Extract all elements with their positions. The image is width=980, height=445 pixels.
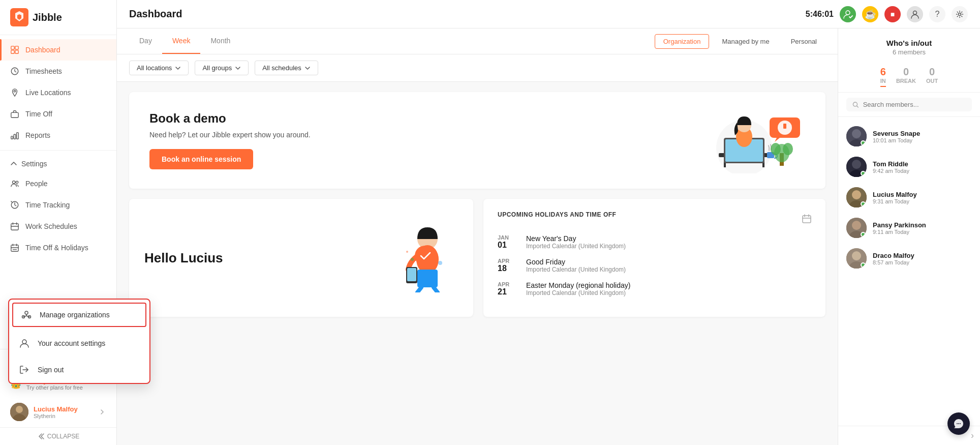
- svg-rect-3: [11, 50, 14, 53]
- search-wrap: [846, 98, 972, 111]
- whos-in-header: Who's in/out 6 members: [838, 28, 980, 61]
- svg-point-38: [783, 143, 793, 155]
- demo-svg: [693, 107, 805, 173]
- member-time-tom: 9:42 am Today: [873, 168, 909, 174]
- tab-week[interactable]: Week: [162, 28, 201, 54]
- search-input[interactable]: [863, 101, 966, 108]
- sidebar-item-time-off[interactable]: Time Off: [0, 103, 116, 125]
- view-organization[interactable]: Organization: [655, 34, 710, 49]
- account-icon: [19, 338, 29, 348]
- logo-area[interactable]: Jibble: [0, 0, 116, 35]
- header-avatar-person[interactable]: [907, 6, 923, 22]
- location-icon: [10, 88, 19, 97]
- dropdown-manage-orgs[interactable]: Manage organizations: [12, 303, 146, 327]
- svg-rect-8: [11, 136, 13, 139]
- svg-rect-4: [15, 50, 18, 53]
- status-break[interactable]: 0 BREAK: [896, 66, 916, 87]
- tab-day[interactable]: Day: [129, 28, 162, 54]
- sidebar-item-time-off-holidays[interactable]: Time Off & Holidays: [0, 237, 116, 258]
- svg-rect-1: [11, 46, 14, 49]
- chevron-down-icon-3: [304, 65, 311, 71]
- sidebar-item-dashboard[interactable]: Dashboard: [0, 39, 116, 61]
- view-personal[interactable]: Personal: [782, 34, 825, 49]
- dropdown-account-settings[interactable]: Your account settings: [9, 330, 149, 357]
- org-icon: [21, 310, 32, 320]
- user-name: Lucius Malfoy: [34, 405, 93, 413]
- settings-label: Settings: [21, 160, 47, 168]
- hello-svg: [397, 221, 458, 292]
- chevron-right-icon: [98, 408, 106, 416]
- sidebar-item-timesheets[interactable]: Timesheets: [0, 61, 116, 82]
- filters-section: All locations All groups All schedules: [117, 54, 838, 82]
- settings-section[interactable]: Settings: [0, 155, 116, 173]
- holiday-3-day: 21: [498, 287, 518, 296]
- chat-button[interactable]: [947, 412, 970, 435]
- svg-point-65: [958, 423, 959, 424]
- header-avatar-yellow[interactable]: ☕: [862, 6, 878, 22]
- holidays-icon: [10, 243, 19, 252]
- tab-month[interactable]: Month: [200, 28, 240, 54]
- settings-button[interactable]: [952, 6, 968, 22]
- holiday-1-cal: Imported Calendar (United Kingdom): [526, 243, 626, 250]
- holiday-3-cal: Imported Calendar (United Kingdom): [526, 289, 630, 296]
- dropdown-popup: Manage organizations Your account settin…: [8, 299, 150, 384]
- demo-illustration: [693, 107, 805, 173]
- status-in[interactable]: 6 IN: [880, 66, 886, 87]
- sidebar-item-work-schedules[interactable]: Work Schedules: [0, 216, 116, 237]
- bar-chart-icon: [10, 131, 19, 140]
- sidebar-item-live-locations[interactable]: Live Locations: [0, 82, 116, 103]
- member-name-pansy: Pansy Parkinson: [873, 221, 926, 229]
- book-session-button[interactable]: Book an online session: [149, 149, 253, 169]
- member-item-tom[interactable]: Tom Riddle 9:42 am Today: [838, 152, 980, 182]
- holiday-1-month: JAN: [498, 234, 518, 241]
- tabs-section: Day Week Month Organization Managed by m…: [117, 28, 838, 54]
- filter-schedules[interactable]: All schedules: [255, 61, 318, 75]
- people-label: People: [25, 180, 48, 188]
- user-org: Slytherin: [34, 413, 93, 419]
- view-managed-by-me[interactable]: Managed by me: [713, 34, 778, 49]
- period-tabs: Day Week Month: [129, 28, 240, 54]
- online-dot-draco: [861, 262, 866, 268]
- header-avatar-red[interactable]: ■: [884, 6, 901, 22]
- holidays-card: UPCOMING HOLIDAYS AND TIME OFF JAN 01: [483, 199, 825, 317]
- clock-icon: [10, 67, 19, 76]
- member-item-lucius[interactable]: Lucius Malfoy 9:31 am Today: [838, 182, 980, 213]
- sidebar-item-time-tracking[interactable]: Time Tracking: [0, 194, 116, 216]
- svg-point-19: [16, 406, 23, 413]
- member-name-severus: Severus Snape: [873, 130, 920, 137]
- sidebar-item-reports[interactable]: Reports: [0, 125, 116, 146]
- whos-in-count: 6 members: [848, 48, 970, 56]
- member-item-pansy[interactable]: Pansy Parkinson 9:11 am Today: [838, 213, 980, 243]
- svg-rect-43: [407, 268, 416, 281]
- dropdown-sign-out[interactable]: Sign out: [9, 357, 149, 383]
- filter-locations[interactable]: All locations: [129, 61, 189, 75]
- svg-point-47: [406, 251, 408, 253]
- expand-panel-button[interactable]: ›: [971, 430, 974, 441]
- member-name-lucius: Lucius Malfoy: [873, 191, 917, 198]
- account-settings-label: Your account settings: [38, 339, 105, 347]
- svg-point-20: [846, 11, 850, 15]
- calendar-icon: [802, 214, 811, 223]
- filter-groups[interactable]: All groups: [195, 61, 249, 75]
- header-avatar-green[interactable]: [840, 6, 856, 22]
- live-locations-label: Live Locations: [25, 88, 71, 97]
- sidebar-item-people[interactable]: People: [0, 173, 116, 194]
- status-tabs: 6 IN 0 BREAK 0 OUT: [838, 61, 980, 93]
- view-toggle: Organization Managed by me Personal: [655, 34, 825, 49]
- hello-illustration: [397, 221, 458, 294]
- status-out[interactable]: 0 OUT: [926, 66, 938, 87]
- hello-title: Hello Lucius: [144, 250, 223, 266]
- user-section[interactable]: Lucius Malfoy Slytherin: [0, 397, 116, 427]
- member-avatar-severus: [846, 126, 867, 146]
- member-item-draco[interactable]: Draco Malfoy 8:57 am Today: [838, 243, 980, 274]
- chevron-down-icon: [175, 65, 181, 71]
- person-icon: [910, 10, 920, 19]
- member-item-severus[interactable]: Severus Snape 10:01 am Today: [838, 121, 980, 152]
- holiday-item-1: JAN 01 New Year's Day Imported Calendar …: [498, 234, 811, 250]
- tracking-icon: [10, 200, 19, 210]
- help-button[interactable]: ?: [929, 6, 945, 22]
- svg-point-53: [852, 160, 861, 169]
- holiday-2-month: APR: [498, 258, 518, 264]
- collapse-button[interactable]: COLLAPSE: [0, 427, 116, 445]
- demo-card-title: Book a demo: [149, 111, 311, 126]
